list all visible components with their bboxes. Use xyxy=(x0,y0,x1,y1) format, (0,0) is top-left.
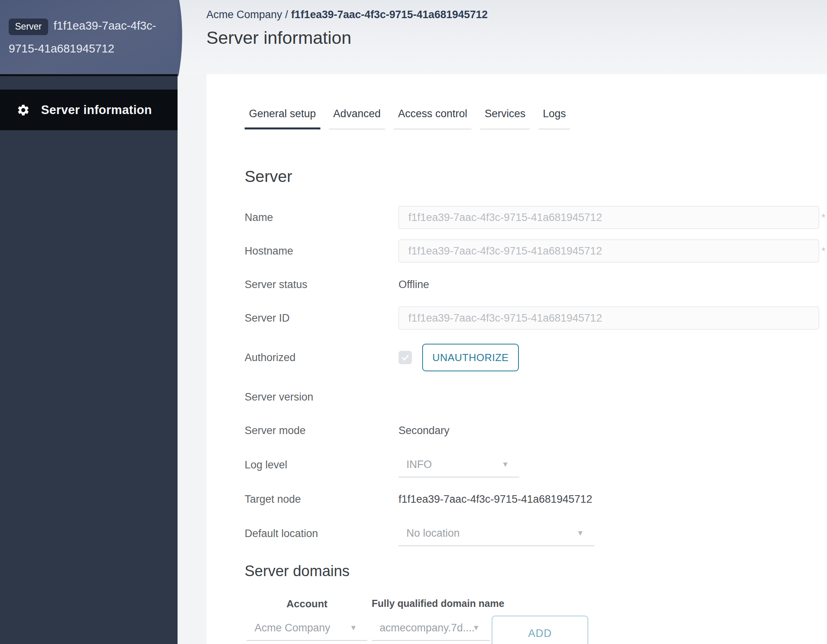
field-row-name: Name * xyxy=(245,206,827,229)
required-asterisk: * xyxy=(820,245,827,257)
log-level-value: INFO xyxy=(406,459,432,471)
field-row-target-node: Target node f1f1ea39-7aac-4f3c-9715-41a6… xyxy=(245,487,827,511)
authorized-label: Authorized xyxy=(245,352,399,364)
gear-icon xyxy=(17,103,30,117)
account-value: Acme Company xyxy=(254,622,330,634)
default-location-value: No location xyxy=(406,527,460,539)
server-id-input xyxy=(399,307,819,329)
sidebar-item-server-information[interactable]: Server information xyxy=(0,90,178,130)
hostname-label: Hostname xyxy=(245,245,399,257)
field-row-default-location: Default location No location ▼ xyxy=(245,521,827,546)
field-row-hostname: Hostname * xyxy=(245,239,827,263)
page-title: Server information xyxy=(206,28,827,48)
domains-control-row: Acme Company ▼ acmecompany.7d.... ▼ ADD xyxy=(247,616,827,644)
account-select[interactable]: Acme Company ▼ xyxy=(247,616,367,641)
field-row-authorized: Authorized UNAUTHORIZE xyxy=(245,340,827,375)
main-content: Acme Company / f1f1ea39-7aac-4f3c-9715-4… xyxy=(178,0,827,644)
server-mode-value: Secondary xyxy=(399,425,449,437)
server-card: General setup Advanced Access control Se… xyxy=(206,74,827,644)
check-icon xyxy=(400,353,410,362)
server-id-label: Server ID xyxy=(245,312,399,324)
field-row-server-status: Server status Offline xyxy=(245,273,827,296)
domains-header-row: Account Fully qualified domain name xyxy=(247,598,827,610)
page-header: Acme Company / f1f1ea39-7aac-4f3c-9715-4… xyxy=(178,0,827,74)
field-row-log-level: Log level INFO ▼ xyxy=(245,452,827,477)
tab-logs[interactable]: Logs xyxy=(539,108,571,129)
server-status-label: Server status xyxy=(245,279,399,291)
sidebar-item-label: Server information xyxy=(41,103,152,117)
tab-access-control[interactable]: Access control xyxy=(394,108,472,129)
log-level-label: Log level xyxy=(245,459,399,471)
server-domains-heading: Server domains xyxy=(245,563,827,580)
target-node-label: Target node xyxy=(245,493,399,505)
breadcrumb-current: f1f1ea39-7aac-4f3c-9715-41a681945712 xyxy=(291,9,488,21)
chevron-down-icon: ▼ xyxy=(501,460,509,469)
field-row-server-version: Server version xyxy=(245,385,827,409)
server-badge: Server xyxy=(9,19,48,35)
tab-general-setup[interactable]: General setup xyxy=(245,108,320,129)
breadcrumb-separator: / xyxy=(285,9,288,21)
tab-advanced[interactable]: Advanced xyxy=(329,108,385,129)
default-location-select[interactable]: No location ▼ xyxy=(399,521,594,546)
chevron-down-icon: ▼ xyxy=(472,623,480,632)
field-row-server-id: Server ID xyxy=(245,306,827,330)
required-asterisk: * xyxy=(820,212,827,224)
tab-bar: General setup Advanced Access control Se… xyxy=(245,108,827,129)
server-status-value: Offline xyxy=(399,279,429,291)
fqdn-column-header: Fully qualified domain name xyxy=(372,598,490,610)
chevron-down-icon: ▼ xyxy=(350,623,357,632)
fqdn-value: acmecompany.7d.... xyxy=(380,622,475,634)
breadcrumb-parent-link[interactable]: Acme Company xyxy=(206,9,282,21)
log-level-select[interactable]: INFO ▼ xyxy=(399,452,519,477)
account-column-header: Account xyxy=(247,598,367,610)
breadcrumb: Acme Company / f1f1ea39-7aac-4f3c-9715-4… xyxy=(206,9,827,21)
tab-services[interactable]: Services xyxy=(480,108,530,129)
server-mode-label: Server mode xyxy=(245,425,399,437)
sidebar-server-header: Serverf1f1ea39-7aac-4f3c-9715-41a6819457… xyxy=(0,0,178,76)
server-section-heading: Server xyxy=(245,167,827,186)
authorized-checkbox xyxy=(399,351,412,364)
server-version-label: Server version xyxy=(245,391,399,403)
hostname-input xyxy=(399,240,819,262)
fqdn-select[interactable]: acmecompany.7d.... ▼ xyxy=(372,616,490,641)
chevron-down-icon: ▼ xyxy=(576,529,584,537)
name-label: Name xyxy=(245,212,399,224)
server-fields: Name * Hostname * Server status Offline xyxy=(245,206,827,546)
sidebar: Serverf1f1ea39-7aac-4f3c-9715-41a6819457… xyxy=(0,0,178,644)
target-node-value: f1f1ea39-7aac-4f3c-9715-41a681945712 xyxy=(399,493,592,505)
field-row-server-mode: Server mode Secondary xyxy=(245,419,827,442)
default-location-label: Default location xyxy=(245,528,399,540)
unauthorize-button[interactable]: UNAUTHORIZE xyxy=(422,344,519,371)
add-domain-button[interactable]: ADD xyxy=(492,616,588,644)
server-domains-form: Account Fully qualified domain name Acme… xyxy=(247,598,827,644)
name-input xyxy=(399,206,819,229)
